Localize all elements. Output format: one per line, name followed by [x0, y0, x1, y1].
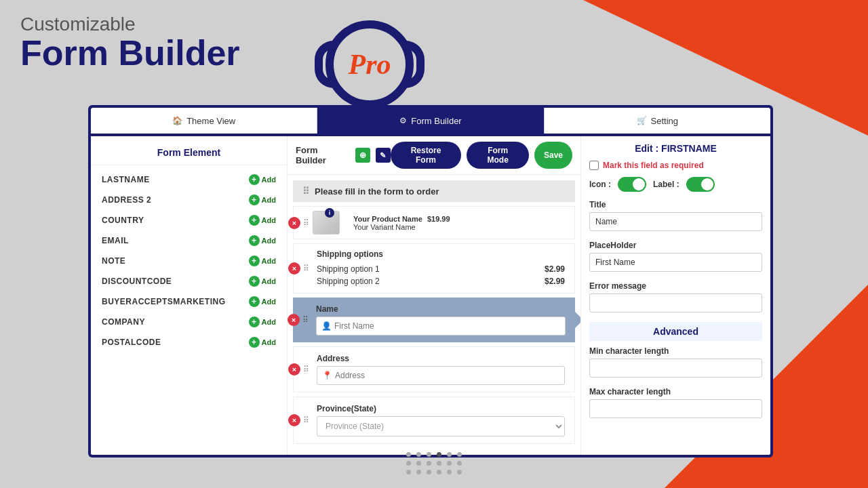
product-image-wrapper: i	[313, 211, 347, 235]
dot	[437, 461, 441, 466]
tab-theme[interactable]: 🏠 Theme View	[91, 108, 317, 134]
sidebar-item-buyermarketing: BUYERACCEPTSMARKETING + Add	[91, 291, 287, 312]
drag-province-icon: ⠿	[303, 415, 309, 425]
tab-setting[interactable]: 🛒 Setting	[545, 108, 770, 134]
map-icon: 📍	[322, 371, 332, 380]
error-input[interactable]	[589, 293, 762, 312]
info-icon: i	[325, 208, 334, 218]
shipping-section: × ⠿ Shipping options Shipping option 1 $…	[293, 243, 575, 293]
sidebar-item-discountcode: DISCOUNTCODE + Add	[91, 271, 287, 291]
dot	[447, 452, 452, 457]
dot	[427, 452, 431, 457]
max-char-label: Max character length	[589, 387, 762, 396]
drag-address-icon: ⠿	[303, 365, 309, 374]
add-circle-icon: +	[249, 276, 260, 287]
sidebar-item-lastname: LASTNAME + Add	[91, 169, 287, 190]
required-checkbox[interactable]	[589, 161, 599, 170]
dot-active	[437, 452, 441, 457]
title-input[interactable]	[589, 212, 762, 231]
save-button[interactable]: Save	[534, 142, 572, 169]
dot	[416, 470, 421, 474]
drag-name-icon: ⠿	[302, 315, 309, 325]
user-icon: 👤	[321, 321, 332, 331]
max-char-input[interactable]	[589, 399, 762, 418]
address-field-row: × ⠿ Address 📍	[293, 346, 575, 392]
sidebar-item-postalcode: POSTALCODE + Add	[91, 332, 287, 352]
sidebar-header: Form Element	[91, 143, 287, 165]
error-section-label: Error message	[589, 281, 762, 291]
tab-theme-label: Theme View	[186, 116, 235, 126]
dot	[406, 452, 411, 457]
delete-address-button[interactable]: ×	[288, 363, 300, 375]
restore-form-button[interactable]: Restore Form	[391, 142, 462, 169]
product-info: Your Product Name $19.99 Your Variant Na…	[353, 215, 450, 231]
add-circle-icon: +	[249, 195, 260, 205]
form-builder-label: Form Builder ⊕ ✎	[296, 145, 391, 165]
fb-move-icon[interactable]: ⊕	[355, 148, 370, 163]
sidebar-note-label: NOTE	[102, 256, 125, 266]
icon-toggle[interactable]	[618, 177, 646, 192]
province-field-content: Province(State) Province (State)	[303, 404, 565, 436]
add-note-button[interactable]: + Add	[249, 256, 276, 266]
delete-shipping-button[interactable]: ×	[288, 262, 300, 274]
address-input[interactable]	[317, 366, 565, 385]
placeholder-input[interactable]	[589, 253, 762, 272]
content-area: Form Element LASTNAME + Add ADDRESS 2 + …	[91, 136, 770, 455]
fb-edit-icon[interactable]: ✎	[376, 148, 391, 163]
drag-dots-icon: ⠿	[302, 186, 309, 197]
min-char-input[interactable]	[589, 359, 762, 378]
add-discount-button[interactable]: + Add	[249, 276, 276, 287]
gear-icon: ⚙	[399, 116, 407, 125]
add-country-button[interactable]: + Add	[249, 215, 276, 226]
label-toggle[interactable]	[686, 177, 715, 192]
title-section-label: Title	[589, 200, 762, 209]
delete-product-button[interactable]: ×	[288, 217, 300, 229]
advanced-label[interactable]: Advanced	[589, 322, 762, 341]
sidebar-item-company: COMPANY + Add	[91, 312, 287, 332]
address-field-content: Address 📍	[303, 354, 565, 385]
name-field-row: × ⠿ Name 👤	[293, 298, 575, 342]
delete-province-button[interactable]: ×	[288, 414, 300, 426]
edit-title: Edit : FIRSTNAME	[589, 143, 762, 154]
shipping-option-1: Shipping option 1 $2.99	[317, 263, 565, 275]
min-char-label: Min character length	[589, 346, 762, 356]
add-circle-icon: +	[249, 256, 260, 266]
name-input[interactable]	[316, 317, 566, 336]
drag-product-icon: ⠿	[303, 218, 309, 228]
dot	[457, 470, 462, 474]
add-circle-icon: +	[249, 215, 260, 226]
dots-row-1	[406, 452, 462, 457]
dot	[457, 461, 462, 466]
add-address2-button[interactable]: + Add	[249, 195, 276, 205]
product-row: × ⠿ i Your Product Name $19.99 Your Vari…	[293, 206, 575, 239]
product-variant: Your Variant Name	[353, 223, 450, 231]
sidebar-company-label: COMPANY	[102, 317, 145, 327]
tab-builder-label: Form Builder	[411, 116, 461, 126]
dot	[447, 470, 452, 474]
sidebar-email-label: EMAIL	[102, 236, 129, 245]
logo-text: Pro	[349, 48, 391, 81]
sidebar-item-note: NOTE + Add	[91, 251, 287, 271]
tab-bar: 🏠 Theme View ⚙ Form Builder 🛒 Setting	[91, 108, 770, 134]
tab-builder[interactable]: ⚙ Form Builder	[317, 108, 544, 134]
placeholder-section-label: PlaceHolder	[589, 241, 762, 250]
add-postal-button[interactable]: + Add	[249, 337, 276, 348]
sidebar-buyer-label: BUYERACCEPTSMARKETING	[102, 297, 226, 306]
dot	[457, 452, 462, 457]
province-select[interactable]: Province (State)	[317, 416, 565, 436]
header-form-builder: Form Builder	[20, 35, 240, 70]
form-mode-button[interactable]: Form Mode	[467, 142, 529, 169]
add-email-button[interactable]: + Add	[249, 235, 276, 246]
sidebar-country-label: COUNTRY	[102, 216, 144, 225]
add-lastname-button[interactable]: + Add	[249, 174, 276, 185]
dot	[427, 470, 431, 474]
sidebar-item-email: EMAIL + Add	[91, 230, 287, 251]
add-buyer-button[interactable]: + Add	[249, 296, 276, 307]
drag-shipping-icon: ⠿	[303, 264, 309, 273]
add-company-button[interactable]: + Add	[249, 317, 276, 327]
sidebar-lastname-label: LASTNAME	[102, 175, 150, 184]
form-builder-toolbar: Form Builder ⊕ ✎ Restore Form Form Mode …	[288, 136, 580, 175]
logo: Pro	[326, 20, 414, 108]
delete-name-button[interactable]: ×	[288, 314, 300, 326]
required-label: Mark this field as required	[603, 161, 704, 170]
